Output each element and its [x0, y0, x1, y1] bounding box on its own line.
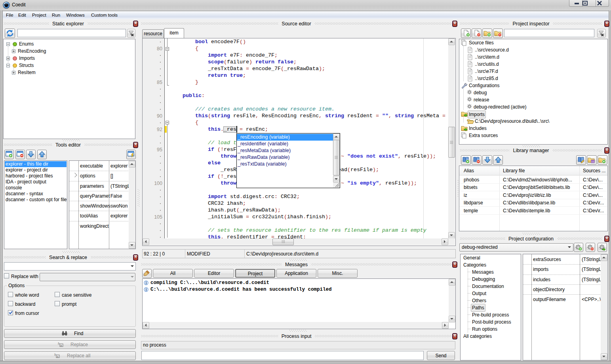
svg-text:a: a — [60, 344, 62, 347]
svg-text:a: a — [57, 355, 59, 358]
svg-text:b: b — [54, 353, 56, 356]
svg-text:b: b — [58, 341, 60, 345]
